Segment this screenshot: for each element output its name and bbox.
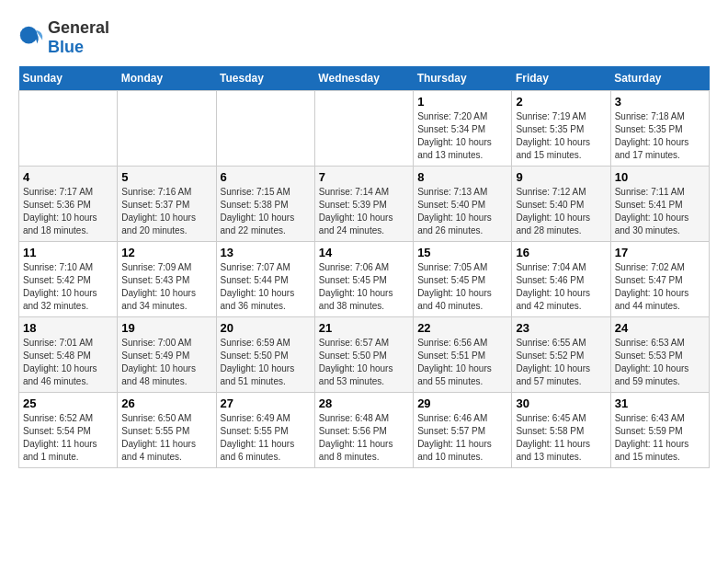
day-info: Sunrise: 7:12 AM Sunset: 5:40 PM Dayligh… — [516, 186, 606, 237]
logo-icon — [18, 25, 44, 51]
day-number: 9 — [516, 170, 606, 184]
day-info: Sunrise: 6:57 AM Sunset: 5:50 PM Dayligh… — [319, 337, 409, 388]
calendar-week-4: 18Sunrise: 7:01 AM Sunset: 5:48 PM Dayli… — [19, 317, 710, 393]
day-number: 31 — [615, 396, 705, 410]
calendar-cell: 16Sunrise: 7:04 AM Sunset: 5:46 PM Dayli… — [512, 242, 610, 317]
calendar-cell: 27Sunrise: 6:49 AM Sunset: 5:55 PM Dayli… — [216, 393, 314, 468]
day-info: Sunrise: 7:06 AM Sunset: 5:45 PM Dayligh… — [319, 261, 409, 313]
calendar-week-1: 1Sunrise: 7:20 AM Sunset: 5:34 PM Daylig… — [19, 91, 710, 167]
calendar-table: SundayMondayTuesdayWednesdayThursdayFrid… — [18, 66, 710, 468]
calendar-cell: 8Sunrise: 7:13 AM Sunset: 5:40 PM Daylig… — [414, 167, 512, 242]
day-info: Sunrise: 7:05 AM Sunset: 5:45 PM Dayligh… — [417, 261, 507, 313]
calendar-cell: 25Sunrise: 6:52 AM Sunset: 5:54 PM Dayli… — [19, 393, 118, 468]
logo-general: General — [48, 18, 109, 37]
day-number: 3 — [615, 95, 705, 109]
day-number: 14 — [319, 246, 409, 259]
logo-blue: Blue — [48, 38, 84, 56]
day-info: Sunrise: 6:53 AM Sunset: 5:53 PM Dayligh… — [615, 337, 705, 388]
calendar-cell: 7Sunrise: 7:14 AM Sunset: 5:39 PM Daylig… — [314, 167, 413, 242]
calendar-week-3: 11Sunrise: 7:10 AM Sunset: 5:42 PM Dayli… — [19, 242, 710, 317]
calendar-week-2: 4Sunrise: 7:17 AM Sunset: 5:36 PM Daylig… — [19, 167, 710, 242]
header-tuesday: Tuesday — [216, 66, 314, 91]
calendar-cell — [19, 91, 118, 167]
day-number: 18 — [23, 321, 113, 335]
day-info: Sunrise: 6:59 AM Sunset: 5:50 PM Dayligh… — [221, 337, 311, 388]
day-number: 23 — [516, 321, 606, 335]
header-friday: Friday — [512, 66, 610, 91]
day-info: Sunrise: 7:02 AM Sunset: 5:47 PM Dayligh… — [615, 261, 705, 313]
calendar-week-5: 25Sunrise: 6:52 AM Sunset: 5:54 PM Dayli… — [19, 393, 710, 468]
day-info: Sunrise: 6:46 AM Sunset: 5:57 PM Dayligh… — [417, 412, 507, 464]
day-info: Sunrise: 6:52 AM Sunset: 5:54 PM Dayligh… — [23, 412, 113, 464]
calendar-cell: 18Sunrise: 7:01 AM Sunset: 5:48 PM Dayli… — [19, 317, 118, 393]
header-saturday: Saturday — [610, 66, 709, 91]
calendar-cell: 5Sunrise: 7:16 AM Sunset: 5:37 PM Daylig… — [118, 167, 216, 242]
day-number: 30 — [516, 396, 606, 410]
logo-text: General Blue — [48, 18, 109, 57]
calendar-cell — [216, 91, 314, 167]
calendar-cell: 31Sunrise: 6:43 AM Sunset: 5:59 PM Dayli… — [610, 393, 709, 468]
svg-point-0 — [20, 27, 38, 44]
day-info: Sunrise: 7:16 AM Sunset: 5:37 PM Dayligh… — [121, 186, 211, 237]
day-number: 22 — [417, 321, 507, 335]
day-number: 5 — [121, 170, 211, 184]
day-info: Sunrise: 7:04 AM Sunset: 5:46 PM Dayligh… — [516, 261, 606, 313]
calendar-cell: 1Sunrise: 7:20 AM Sunset: 5:34 PM Daylig… — [414, 91, 512, 167]
day-info: Sunrise: 7:01 AM Sunset: 5:48 PM Dayligh… — [23, 337, 113, 388]
day-number: 8 — [417, 170, 507, 184]
day-info: Sunrise: 6:49 AM Sunset: 5:55 PM Dayligh… — [221, 412, 311, 464]
calendar-cell: 29Sunrise: 6:46 AM Sunset: 5:57 PM Dayli… — [414, 393, 512, 468]
day-info: Sunrise: 6:48 AM Sunset: 5:56 PM Dayligh… — [319, 412, 409, 464]
day-number: 10 — [615, 170, 705, 184]
day-number: 19 — [121, 321, 211, 335]
calendar-cell: 6Sunrise: 7:15 AM Sunset: 5:38 PM Daylig… — [216, 167, 314, 242]
logo: General Blue — [18, 18, 109, 57]
header-monday: Monday — [118, 66, 216, 91]
calendar-cell: 17Sunrise: 7:02 AM Sunset: 5:47 PM Dayli… — [610, 242, 709, 317]
day-info: Sunrise: 6:45 AM Sunset: 5:58 PM Dayligh… — [516, 412, 606, 464]
day-number: 16 — [516, 246, 606, 259]
day-info: Sunrise: 7:18 AM Sunset: 5:35 PM Dayligh… — [615, 110, 705, 162]
day-info: Sunrise: 6:43 AM Sunset: 5:59 PM Dayligh… — [615, 412, 705, 464]
calendar-cell — [118, 91, 216, 167]
calendar-cell: 14Sunrise: 7:06 AM Sunset: 5:45 PM Dayli… — [314, 242, 413, 317]
calendar-cell: 30Sunrise: 6:45 AM Sunset: 5:58 PM Dayli… — [512, 393, 610, 468]
calendar-cell: 22Sunrise: 6:56 AM Sunset: 5:51 PM Dayli… — [414, 317, 512, 393]
header-thursday: Thursday — [414, 66, 512, 91]
day-number: 27 — [221, 396, 311, 410]
day-number: 11 — [23, 246, 113, 259]
day-info: Sunrise: 7:11 AM Sunset: 5:41 PM Dayligh… — [615, 186, 705, 237]
calendar-cell: 13Sunrise: 7:07 AM Sunset: 5:44 PM Dayli… — [216, 242, 314, 317]
day-number: 12 — [121, 246, 211, 259]
day-info: Sunrise: 7:20 AM Sunset: 5:34 PM Dayligh… — [417, 110, 507, 162]
day-number: 21 — [319, 321, 409, 335]
calendar-cell: 20Sunrise: 6:59 AM Sunset: 5:50 PM Dayli… — [216, 317, 314, 393]
day-info: Sunrise: 7:10 AM Sunset: 5:42 PM Dayligh… — [23, 261, 113, 313]
day-info: Sunrise: 7:13 AM Sunset: 5:40 PM Dayligh… — [417, 186, 507, 237]
calendar-cell: 11Sunrise: 7:10 AM Sunset: 5:42 PM Dayli… — [19, 242, 118, 317]
calendar-cell: 10Sunrise: 7:11 AM Sunset: 5:41 PM Dayli… — [610, 167, 709, 242]
day-number: 24 — [615, 321, 705, 335]
header-sunday: Sunday — [19, 66, 118, 91]
calendar-cell: 26Sunrise: 6:50 AM Sunset: 5:55 PM Dayli… — [118, 393, 216, 468]
page-header: General Blue — [18, 18, 710, 57]
day-info: Sunrise: 6:55 AM Sunset: 5:52 PM Dayligh… — [516, 337, 606, 388]
day-number: 6 — [221, 170, 311, 184]
day-info: Sunrise: 6:56 AM Sunset: 5:51 PM Dayligh… — [417, 337, 507, 388]
calendar-cell: 19Sunrise: 7:00 AM Sunset: 5:49 PM Dayli… — [118, 317, 216, 393]
day-number: 28 — [319, 396, 409, 410]
calendar-cell: 23Sunrise: 6:55 AM Sunset: 5:52 PM Dayli… — [512, 317, 610, 393]
day-info: Sunrise: 7:19 AM Sunset: 5:35 PM Dayligh… — [516, 110, 606, 162]
calendar-cell: 24Sunrise: 6:53 AM Sunset: 5:53 PM Dayli… — [610, 317, 709, 393]
header-wednesday: Wednesday — [314, 66, 413, 91]
calendar-header-row: SundayMondayTuesdayWednesdayThursdayFrid… — [19, 66, 710, 91]
day-number: 1 — [417, 95, 507, 109]
day-info: Sunrise: 7:14 AM Sunset: 5:39 PM Dayligh… — [319, 186, 409, 237]
day-number: 20 — [221, 321, 311, 335]
day-number: 29 — [417, 396, 507, 410]
calendar-cell: 3Sunrise: 7:18 AM Sunset: 5:35 PM Daylig… — [610, 91, 709, 167]
day-number: 15 — [417, 246, 507, 259]
day-number: 25 — [23, 396, 113, 410]
day-info: Sunrise: 7:15 AM Sunset: 5:38 PM Dayligh… — [221, 186, 311, 237]
day-number: 4 — [23, 170, 113, 184]
